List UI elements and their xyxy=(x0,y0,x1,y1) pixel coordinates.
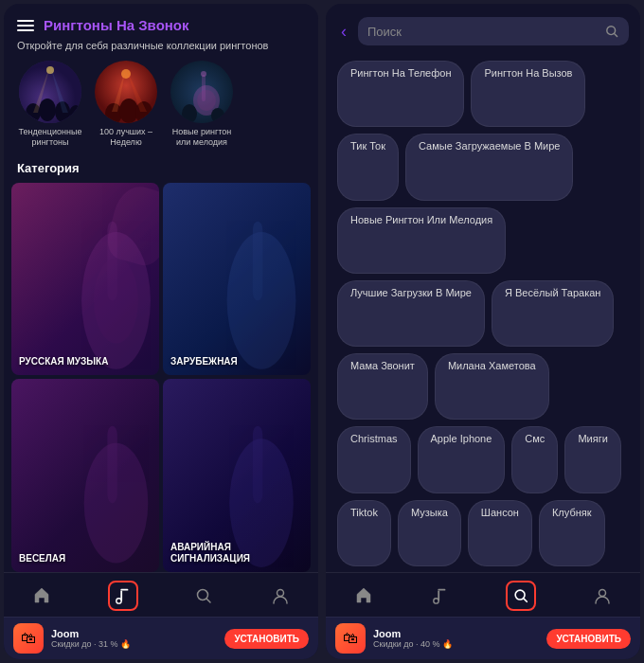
music-icon xyxy=(113,585,134,606)
left-ad-name: Joom xyxy=(51,628,217,639)
nav-profile-right[interactable] xyxy=(592,585,613,606)
svg-point-16 xyxy=(182,104,197,123)
circle-trending-label: Тенденционные рингтоны xyxy=(17,127,83,148)
right-ad-icon: 🛍 xyxy=(335,623,366,654)
left-subtitle: Откройте для себя различные коллекции ри… xyxy=(4,39,318,61)
home-icon-right xyxy=(353,585,374,606)
svg-rect-35 xyxy=(438,589,445,591)
nav-profile-left[interactable] xyxy=(270,585,291,606)
svg-point-29 xyxy=(116,599,121,603)
tag-item[interactable]: Клубняк xyxy=(539,500,605,566)
tag-item[interactable]: Мама Звонит xyxy=(337,353,428,420)
svg-rect-26 xyxy=(253,426,262,503)
home-icon xyxy=(31,585,52,606)
left-bottom-nav xyxy=(4,572,318,617)
circle-new-label: Новые рингтон или мелодия xyxy=(169,127,235,148)
circle-top100-label: 100 лучших – Неделю xyxy=(93,127,159,148)
tag-item[interactable]: Смс xyxy=(511,426,558,493)
nav-search-highlight xyxy=(506,581,536,611)
nav-search-left[interactable] xyxy=(193,585,214,606)
svg-point-32 xyxy=(277,590,283,597)
svg-point-14 xyxy=(197,90,216,111)
svg-point-2 xyxy=(39,99,56,121)
svg-line-39 xyxy=(524,599,527,601)
hamburger-menu[interactable] xyxy=(17,20,34,31)
circle-top100[interactable]: 100 лучших – Неделю xyxy=(93,61,159,148)
tag-item[interactable]: Самые Загружаемые В Мире xyxy=(405,134,573,200)
svg-rect-24 xyxy=(107,426,116,503)
svg-rect-27 xyxy=(120,589,128,591)
left-header: Рингтоны На Звонок xyxy=(4,4,318,39)
nav-search-right[interactable] xyxy=(506,581,536,611)
music-icon-right xyxy=(430,585,451,606)
svg-point-8 xyxy=(119,99,138,123)
cat-foreign-label: ЗАРУБЕЖНАЯ xyxy=(170,356,238,367)
cat-russian-label: РУССКАЯ МУЗЫКА xyxy=(19,356,108,367)
back-button[interactable]: ‹ xyxy=(337,22,350,42)
tag-item[interactable]: Лучшие Загрузки В Мире xyxy=(337,280,485,347)
nav-music-highlight xyxy=(108,581,138,611)
svg-point-15 xyxy=(201,71,206,77)
nav-home-right[interactable] xyxy=(353,585,374,606)
right-bottom-nav xyxy=(326,572,640,617)
tag-item[interactable]: Tiktok xyxy=(337,500,391,566)
svg-point-40 xyxy=(599,590,605,597)
nav-home-left[interactable] xyxy=(31,585,52,606)
search-bar[interactable]: Поиск xyxy=(358,17,629,45)
nav-music-left[interactable] xyxy=(108,581,138,611)
cat-russian[interactable]: РУССКАЯ МУЗЫКА xyxy=(11,183,159,376)
right-ad-text: Joom Скидки до · 40 % 🔥 xyxy=(373,628,539,649)
circle-new[interactable]: Новые рингтон или мелодия xyxy=(169,61,235,148)
left-ad-sub: Скидки до · 31 % 🔥 xyxy=(51,639,217,649)
tag-item[interactable]: Я Весёлый Таракан xyxy=(492,280,614,347)
tag-item[interactable]: Apple Iphone xyxy=(418,426,506,493)
left-ad-text: Joom Скидки до · 31 % 🔥 xyxy=(51,628,217,649)
circle-trending[interactable]: Тенденционные рингтоны xyxy=(17,61,83,148)
tags-container: Рингтон На ТелефонРингтон На ВызовТик То… xyxy=(326,55,640,572)
svg-point-20 xyxy=(94,258,138,343)
tag-item[interactable]: Шансон xyxy=(468,500,532,566)
cat-foreign[interactable]: ЗАРУБЕЖНАЯ xyxy=(163,183,311,376)
cat-fun[interactable]: ВЕСЕЛАЯ xyxy=(11,379,159,572)
svg-point-33 xyxy=(607,27,616,35)
tag-item[interactable]: Тик Ток xyxy=(337,134,399,200)
svg-point-30 xyxy=(198,590,208,600)
right-install-button[interactable]: УСТАНОВИТЬ xyxy=(546,629,631,649)
tag-item[interactable]: Christmas xyxy=(337,426,411,493)
cat-alarm[interactable]: АВАРИЙНАЯ СИГНАЛИЗАЦИЯ xyxy=(163,379,311,572)
category-grid: РУССКАЯ МУЗЫКА ЗАРУБЕЖНАЯ ВЕСЕЛАЯ xyxy=(4,183,318,572)
search-placeholder: Поиск xyxy=(367,25,599,39)
svg-point-38 xyxy=(515,590,525,600)
nav-music-right[interactable] xyxy=(430,585,451,606)
tag-item[interactable]: Новые Рингтон Или Мелодия xyxy=(337,207,506,274)
svg-point-5 xyxy=(46,66,54,74)
cat-alarm-label: АВАРИЙНАЯ СИГНАЛИЗАЦИЯ xyxy=(170,542,311,564)
tag-item[interactable]: Мияги xyxy=(564,426,620,493)
circles-row: Тенденционные рингтоны xyxy=(4,61,318,157)
svg-point-37 xyxy=(434,599,438,603)
tag-item[interactable]: Музыка xyxy=(398,500,461,566)
profile-icon-left xyxy=(270,585,291,606)
search-icon-nav-right xyxy=(510,585,531,606)
right-ad-name: Joom xyxy=(373,628,539,639)
svg-rect-22 xyxy=(253,222,262,301)
search-icon-right xyxy=(604,24,619,39)
cat-fun-label: ВЕСЕЛАЯ xyxy=(19,553,65,564)
search-icon-left xyxy=(193,585,214,606)
tag-item[interactable]: Рингтон На Телефон xyxy=(337,61,464,127)
profile-icon-right xyxy=(592,585,613,606)
left-ad-icon: 🛍 xyxy=(13,623,44,654)
left-ad-banner: 🛍 Joom Скидки до · 31 % 🔥 УСТАНОВИТЬ xyxy=(4,617,318,659)
category-section-title: Категория xyxy=(4,157,318,183)
left-title: Рингтоны На Звонок xyxy=(44,17,189,33)
svg-point-17 xyxy=(211,108,224,123)
tag-item[interactable]: Милана Хаметова xyxy=(435,353,549,420)
right-search-header: ‹ Поиск xyxy=(326,4,640,55)
left-install-button[interactable]: УСТАНОВИТЬ xyxy=(224,629,309,649)
tag-item[interactable]: Рингтон На Вызов xyxy=(471,61,585,127)
right-ad-banner: 🛍 Joom Скидки до · 40 % 🔥 УСТАНОВИТЬ xyxy=(326,617,640,659)
svg-line-31 xyxy=(207,600,211,603)
right-ad-sub: Скидки до · 40 % 🔥 xyxy=(373,639,539,649)
svg-line-34 xyxy=(615,34,617,37)
